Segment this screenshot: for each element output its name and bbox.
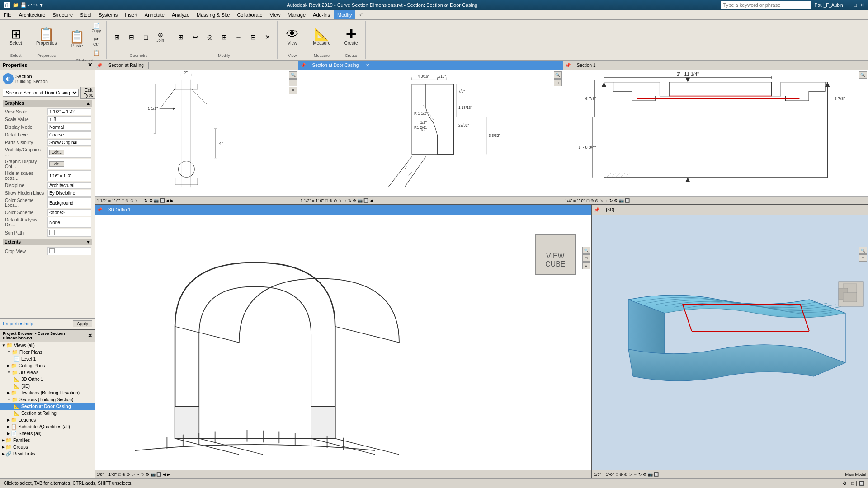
- mod-btn6[interactable]: ⊟: [246, 33, 260, 42]
- geometry-btn1[interactable]: ⊞: [110, 33, 124, 42]
- floor-plans-folder-icon: 📁: [12, 349, 18, 355]
- join-btn[interactable]: ⊕Join: [154, 30, 167, 44]
- menu-item-manage[interactable]: Manage: [284, 10, 309, 19]
- tree-item-floor-plans[interactable]: ▼ 📁 Floor Plans: [0, 349, 95, 356]
- tree-item-views-all[interactable]: ▼ 📁 Views (all): [0, 342, 95, 349]
- extents-section-header[interactable]: Extents ▼: [3, 239, 92, 245]
- copy-paste-btn[interactable]: 📋: [90, 49, 104, 57]
- tree-item-level1[interactable]: 📄 Level 1: [0, 356, 95, 362]
- menu-item-modify[interactable]: Modify: [334, 10, 355, 19]
- tree-item-families[interactable]: ▶ 📁 Families: [0, 437, 95, 444]
- graphics-section-header[interactable]: Graphics ▲: [3, 100, 92, 107]
- dc-zoom-btn[interactable]: 🔍: [554, 71, 562, 79]
- ortho1-ctrl2[interactable]: □: [582, 254, 590, 262]
- menu-item-check[interactable]: ✓: [355, 10, 367, 19]
- menu-item-addins[interactable]: Add-Ins: [309, 10, 334, 19]
- geometry-btn2[interactable]: ⊟: [125, 33, 138, 42]
- ortho1-ctrl3[interactable]: ≡: [582, 262, 590, 269]
- menu-item-systems[interactable]: Systems: [95, 10, 121, 19]
- door-casing-viewport-content[interactable]: R 1 1/2" R1 2/4" 1/2" 1/2" 4 3/16" 5: [298, 70, 562, 196]
- svg-text:4": 4": [219, 141, 223, 145]
- 3d-ctrl2[interactable]: □: [859, 254, 867, 262]
- menu-item-insert[interactable]: Insert: [121, 10, 141, 19]
- menu-item-structure[interactable]: Structure: [49, 10, 76, 19]
- paste-btn[interactable]: 📋 Paste: [66, 29, 89, 50]
- tree-item-section-door-casing[interactable]: 📐 Section at Door Casing: [0, 403, 95, 410]
- tab-pin-door-casing[interactable]: 📌: [298, 63, 307, 68]
- tab-pin-3d[interactable]: 📌: [592, 207, 601, 212]
- graphic-display-btn[interactable]: Edit...: [49, 161, 64, 167]
- menu-item-steel[interactable]: Steel: [76, 10, 95, 19]
- tree-item-sections[interactable]: ▼ 📁 Sections (Building Section): [0, 396, 95, 403]
- quick-access-toolbar: 📁 💾 ↩ ↪ ▼: [13, 2, 44, 8]
- copy-btn[interactable]: 📄Copy: [90, 22, 104, 34]
- ortho1-viewport-content[interactable]: VIEW CUBE 🔍 □ ≡: [95, 215, 591, 470]
- close-btn[interactable]: ✕: [860, 2, 864, 8]
- mod-btn4[interactable]: ⊞: [217, 33, 231, 42]
- vis-graphics-btn[interactable]: Edit...: [49, 150, 64, 155]
- properties-help-link[interactable]: Properties help: [3, 321, 33, 326]
- railing-type-btn[interactable]: ≡: [289, 87, 297, 94]
- section1-viewport-content[interactable]: 2' - 11 1/4" 6 7/8" 6 7/8" 1' - 8 3/4": [563, 70, 868, 196]
- search-input[interactable]: [721, 1, 811, 9]
- menu-item-collaborate[interactable]: Collaborate: [233, 10, 266, 19]
- geometry-btn3[interactable]: ◻: [139, 33, 153, 42]
- mod-btn1[interactable]: ⊞: [174, 33, 188, 42]
- tree-item-schedules[interactable]: ▶ 📋 Schedules/Quantities (all): [0, 423, 95, 430]
- tree-item-groups[interactable]: ▶ 📁 Groups: [0, 444, 95, 450]
- s1-zoom-btn[interactable]: 🔍: [859, 71, 867, 79]
- tree-item-elevations[interactable]: ▶ 📁 Elevations (Building Elevation): [0, 389, 95, 396]
- view-select[interactable]: Section: Section at Door Casing: [3, 89, 79, 97]
- project-browser-close-icon[interactable]: ✕: [88, 333, 92, 339]
- view-btn[interactable]: 👁 View: [281, 27, 304, 47]
- mod-btn3[interactable]: ◎: [203, 33, 217, 42]
- menu-item-annotate[interactable]: Annotate: [141, 10, 168, 19]
- tab-section-railing[interactable]: Section at Railing: [104, 62, 149, 69]
- tree-item-section-railing[interactable]: 📐 Section at Railing: [0, 410, 95, 417]
- railing-zoom-btn[interactable]: 🔍: [289, 71, 297, 79]
- tree-item-3d-ortho1[interactable]: 📐 3D Ortho 1: [0, 376, 95, 383]
- edit-type-button[interactable]: Edit Type: [80, 87, 95, 99]
- menu-item-architecture[interactable]: Architecture: [15, 10, 49, 19]
- tab-section-door-casing[interactable]: Section at Door Casing: [307, 62, 363, 69]
- tree-item-revit-links[interactable]: ▶ 🔗 Revit Links: [0, 450, 95, 457]
- create-btn[interactable]: ✚ Create: [340, 27, 363, 47]
- apply-button[interactable]: Apply: [73, 320, 92, 327]
- 3d-ctrl1[interactable]: 🔍: [859, 247, 867, 254]
- tab-pin-ortho1[interactable]: 📌: [95, 207, 104, 212]
- railing-viewport-content[interactable]: 2" 1 1/2" 4": [95, 70, 298, 196]
- railing-statusbar: 1 1/2" = 1'-0" □ ⊕ ⊙ ▷ → ↻ ⚙ 📷 🔲 ◀ ▶: [95, 196, 298, 204]
- measure-btn[interactable]: 📐 Measure: [311, 27, 333, 47]
- mod-btn2[interactable]: ↩: [189, 33, 202, 42]
- project-browser-header: Project Browser - Curve Section Dimensio…: [0, 330, 95, 342]
- dc-3d-btn[interactable]: □: [554, 79, 562, 86]
- menu-item-massing[interactable]: Massing & Site: [193, 10, 233, 19]
- menu-item-view[interactable]: View: [266, 10, 284, 19]
- tree-item-sheets[interactable]: ▶ 📄 Sheets (all): [0, 430, 95, 437]
- tab-pin-section1[interactable]: 📌: [563, 63, 572, 68]
- tree-item-ceiling-plans[interactable]: ▶ 📁 Ceiling Plans: [0, 362, 95, 369]
- select-btn[interactable]: ⊞ Select: [5, 27, 27, 47]
- menu-item-analyze[interactable]: Analyze: [168, 10, 193, 19]
- tab-close-door-casing[interactable]: ✕: [363, 63, 372, 68]
- cut-btn[interactable]: ✂Cut: [90, 35, 104, 48]
- railing-3d-btn[interactable]: □: [289, 79, 297, 86]
- tab-ortho1[interactable]: 3D Ortho 1: [104, 206, 135, 213]
- railing-view-controls: 🔍 □ ≡: [289, 71, 297, 94]
- ribbon-group-geometry: ⊞ ⊟ ◻ ⊕Join Geometry: [108, 21, 170, 59]
- maximize-btn[interactable]: □: [854, 2, 857, 8]
- tab-3d[interactable]: {3D}: [601, 206, 619, 213]
- ortho1-ctrl1[interactable]: 🔍: [582, 247, 590, 254]
- properties-close-icon[interactable]: ✕: [88, 62, 92, 68]
- tab-section1[interactable]: Section 1: [572, 62, 601, 69]
- minimize-btn[interactable]: ─: [847, 2, 850, 8]
- mod-btn7[interactable]: ✕: [261, 33, 274, 42]
- tree-item-legends[interactable]: ▶ 📁 Legends: [0, 417, 95, 423]
- tree-item-3d[interactable]: 📐 {3D}: [0, 383, 95, 389]
- tab-pin-railing[interactable]: 📌: [95, 63, 104, 68]
- properties-btn[interactable]: 📋 Properties: [34, 27, 59, 47]
- menu-item-file[interactable]: File: [0, 10, 15, 19]
- tree-item-3d-views[interactable]: ▼ 📁 3D Views: [0, 369, 95, 376]
- 3d-viewport-content[interactable]: 🔍 □: [592, 215, 868, 470]
- mod-btn5[interactable]: ↔: [232, 33, 245, 42]
